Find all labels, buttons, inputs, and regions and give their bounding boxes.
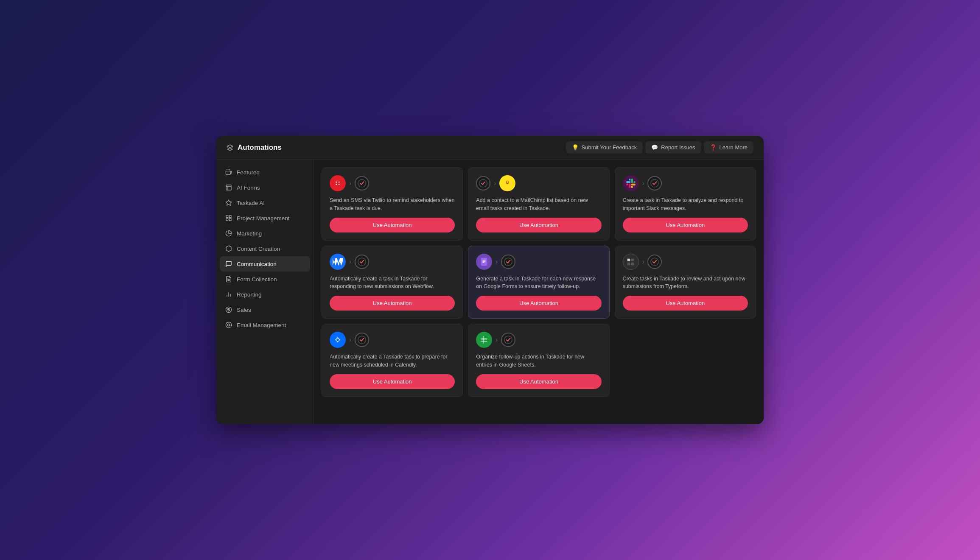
sidebar-item-communication[interactable]: Communication xyxy=(220,256,310,272)
svg-point-20 xyxy=(334,179,342,187)
card-6-icons: › xyxy=(623,254,748,270)
taskade-icon-1 xyxy=(355,176,369,190)
sidebar-item-content-creation[interactable]: Content Creation xyxy=(220,241,310,256)
card-1-use-btn[interactable]: Use Automation xyxy=(330,218,455,232)
card-2-use-btn[interactable]: Use Automation xyxy=(476,218,601,232)
arrow-icon-6: › xyxy=(642,258,644,265)
automations-icon xyxy=(227,144,233,151)
body: Featured AI Forms Taskade AI Project Man… xyxy=(216,160,764,424)
svg-rect-34 xyxy=(481,258,487,265)
svg-point-26 xyxy=(479,179,487,187)
marketing-icon xyxy=(225,230,232,237)
sidebar-item-project-management[interactable]: Project Management xyxy=(220,210,310,226)
sidebar-item-sales[interactable]: Sales xyxy=(220,302,310,317)
card-5-use-btn[interactable]: Use Automation xyxy=(476,296,601,311)
card-8-desc: Organize follow-up actions in Taskade fo… xyxy=(476,353,601,369)
card-4-use-btn[interactable]: Use Automation xyxy=(330,296,455,311)
card-4-icons: › xyxy=(330,254,455,270)
svg-rect-7 xyxy=(226,216,228,218)
svg-point-31 xyxy=(651,179,658,187)
svg-point-45 xyxy=(358,336,366,344)
svg-rect-39 xyxy=(627,258,630,261)
project-mgmt-icon xyxy=(225,214,232,222)
card-7-use-btn[interactable]: Use Automation xyxy=(330,374,455,389)
automation-card-4: › Automatically create a task in Taskade… xyxy=(322,246,463,319)
report-issues-button[interactable]: 💬 Report Issues xyxy=(645,141,701,154)
card-2-icons: › xyxy=(476,175,601,191)
card-1-desc: Send an SMS via Twilio to remind stakeho… xyxy=(330,196,455,213)
reporting-icon xyxy=(225,291,232,298)
taskade-icon-2a xyxy=(476,176,490,190)
header-right: 💡 Submit Your Feedback 💬 Report Issues ❓… xyxy=(566,141,754,154)
svg-point-29 xyxy=(506,182,507,182)
feedback-icon: 💡 xyxy=(572,144,579,151)
svg-point-30 xyxy=(508,182,509,182)
card-3-icons: › xyxy=(623,175,748,191)
svg-point-23 xyxy=(336,184,337,185)
form-collection-icon xyxy=(225,275,232,283)
arrow-icon-8: › xyxy=(496,336,498,343)
card-4-desc: Automatically create a task in Taskade f… xyxy=(330,275,455,291)
automation-card-5: › Generate a task in Taskade for each ne… xyxy=(468,246,609,319)
svg-point-21 xyxy=(336,182,337,183)
card-5-icons: › xyxy=(476,254,601,270)
card-1-icons: › xyxy=(330,175,455,191)
sales-icon xyxy=(225,306,232,314)
taskade-icon-7 xyxy=(355,333,369,347)
sidebar-item-featured[interactable]: Featured xyxy=(220,165,310,180)
app-container: Automations 💡 Submit Your Feedback 💬 Rep… xyxy=(216,136,764,424)
svg-point-38 xyxy=(504,258,512,265)
automation-card-6: › Create tasks in Taskade to review and … xyxy=(615,246,756,319)
arrow-icon-1: › xyxy=(349,180,351,187)
arrow-icon-3: › xyxy=(642,180,644,187)
card-7-icons: › xyxy=(330,332,455,348)
taskade-ai-icon xyxy=(225,199,232,207)
taskade-icon-3 xyxy=(647,176,662,190)
taskade-icon-4 xyxy=(355,255,369,269)
svg-rect-42 xyxy=(631,262,634,265)
card-2-desc: Add a contact to a MailChimp list based … xyxy=(476,196,601,213)
sidebar-item-reporting[interactable]: Reporting xyxy=(220,287,310,302)
svg-point-25 xyxy=(358,179,366,187)
taskade-icon-8 xyxy=(501,333,515,347)
svg-point-24 xyxy=(339,184,340,185)
sidebar-item-ai-forms[interactable]: AI Forms xyxy=(220,180,310,195)
svg-rect-10 xyxy=(226,218,228,221)
svg-point-19 xyxy=(227,324,230,326)
automation-card-7: › Automatically create a Taskade task to… xyxy=(322,324,463,397)
learn-more-button[interactable]: ❓ Learn More xyxy=(704,141,753,154)
automation-card-2: › Add a contact to a MailChimp list base… xyxy=(468,167,609,241)
googleforms-icon xyxy=(476,254,492,270)
sidebar-item-form-collection[interactable]: Form Collection xyxy=(220,272,310,287)
header-title: Automations xyxy=(238,143,282,152)
svg-marker-6 xyxy=(226,200,231,205)
header-left: Automations xyxy=(227,143,282,152)
card-8-use-btn[interactable]: Use Automation xyxy=(476,374,601,389)
card-3-use-btn[interactable]: Use Automation xyxy=(623,218,748,232)
sidebar-item-marketing[interactable]: Marketing xyxy=(220,226,310,241)
email-management-icon xyxy=(225,321,232,329)
typeform-icon xyxy=(623,254,639,270)
svg-rect-3 xyxy=(226,185,231,190)
svg-point-44 xyxy=(334,336,342,344)
report-icon: 💬 xyxy=(651,144,658,151)
sidebar-item-email-management[interactable]: Email Management xyxy=(220,317,310,333)
header: Automations 💡 Submit Your Feedback 💬 Rep… xyxy=(216,136,764,160)
svg-rect-8 xyxy=(229,216,231,218)
webflow-icon xyxy=(330,254,346,270)
taskade-icon-6 xyxy=(647,255,662,269)
card-6-desc: Create tasks in Taskade to review and ac… xyxy=(623,275,748,291)
sidebar-item-taskade-ai[interactable]: Taskade AI xyxy=(220,195,310,210)
arrow-icon-4: › xyxy=(349,258,351,265)
taskade-icon-5 xyxy=(501,255,515,269)
main-content: › Send an SMS via Twilio to remind stake… xyxy=(314,160,764,424)
card-6-use-btn[interactable]: Use Automation xyxy=(623,296,748,311)
automation-card-8: › Organize follow-up actions in Taskade … xyxy=(468,324,609,397)
twilio-icon xyxy=(330,175,346,191)
googlesheets-icon xyxy=(476,332,492,348)
svg-point-22 xyxy=(339,182,340,183)
submit-feedback-button[interactable]: 💡 Submit Your Feedback xyxy=(566,141,643,154)
arrow-icon-7: › xyxy=(349,336,351,343)
cards-grid: › Send an SMS via Twilio to remind stake… xyxy=(322,167,756,397)
sidebar: Featured AI Forms Taskade AI Project Man… xyxy=(216,160,314,424)
